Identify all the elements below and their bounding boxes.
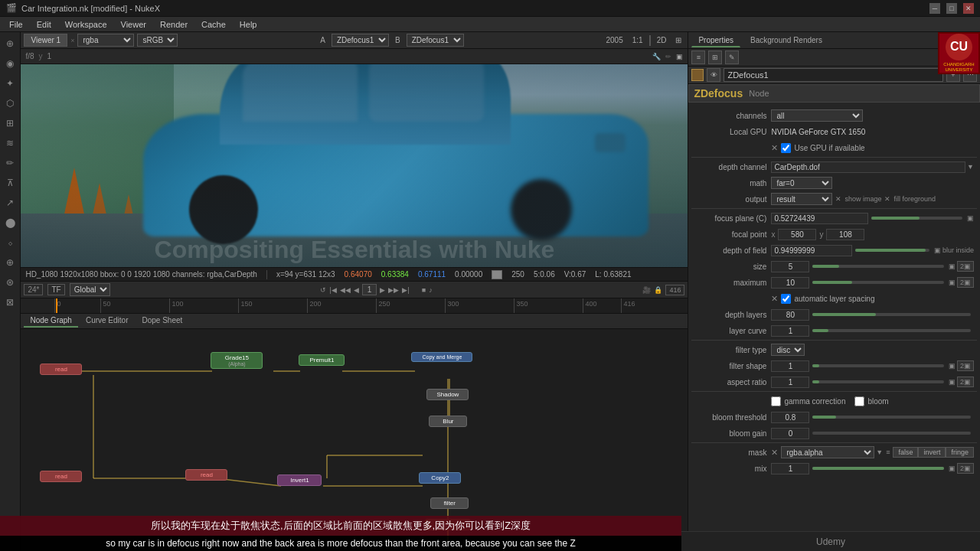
current-frame[interactable]: 1 <box>362 284 377 295</box>
window-controls[interactable]: ─ □ ✕ <box>929 3 974 14</box>
global-select[interactable]: Global <box>70 283 110 296</box>
bloom-checkbox[interactable] <box>854 396 864 406</box>
prop-focal-x[interactable] <box>778 229 816 240</box>
viewer-tab[interactable]: Viewer 1 <box>24 34 67 47</box>
tab-curve-editor[interactable]: Curve Editor <box>80 315 135 328</box>
step-back-btn[interactable]: ◀ <box>354 286 359 294</box>
prop-mix-input[interactable] <box>771 463 809 474</box>
max-slider[interactable] <box>812 281 944 284</box>
y-control[interactable]: 1 <box>47 52 52 60</box>
node-blur1[interactable]: Blur <box>429 416 467 427</box>
depth-layers-slider[interactable] <box>812 313 971 316</box>
audio-btn[interactable]: ♪ <box>429 286 433 294</box>
prop-focal-y[interactable] <box>826 229 864 240</box>
prop-math-select[interactable]: far=0 <box>771 177 832 189</box>
rp-btn-3[interactable]: ✎ <box>725 51 739 64</box>
sidebar-icon-5[interactable]: ⊞ <box>2 115 18 132</box>
sidebar-icon-7[interactable]: ✏ <box>2 155 18 171</box>
rp-tab-properties[interactable]: Properties <box>691 34 740 47</box>
sidebar-icon-4[interactable]: ⬡ <box>2 95 18 112</box>
menu-edit[interactable]: Edit <box>31 18 57 31</box>
prop-filter-type-select[interactable]: disc <box>771 344 805 356</box>
node-grade15[interactable]: Grade15 (Alpha) <box>211 352 263 369</box>
prev-btn[interactable]: ◀◀ <box>340 286 351 294</box>
play-btn[interactable]: ▶ <box>380 286 385 294</box>
node-premult1[interactable]: Premult1 <box>299 354 345 366</box>
prop-bloom-gain-input[interactable] <box>771 428 809 439</box>
node-invert1[interactable]: Invert1 <box>277 474 322 486</box>
fps-display[interactable]: 24* <box>24 284 43 295</box>
sidebar-icon-14[interactable]: ⊠ <box>2 294 18 311</box>
rp-btn-1[interactable]: ≡ <box>691 51 705 64</box>
menu-file[interactable]: File <box>3 18 29 31</box>
prop-focus-plane-input[interactable] <box>771 213 868 224</box>
tab-dope-sheet[interactable]: Dope Sheet <box>136 315 188 328</box>
close-button[interactable]: ✕ <box>963 3 974 14</box>
menu-help[interactable]: Help <box>234 18 263 31</box>
sidebar-icon-2[interactable]: ◉ <box>2 55 18 72</box>
sidebar-icon-11[interactable]: ⬦ <box>2 234 18 251</box>
prop-aspect-input[interactable] <box>771 377 809 388</box>
maximize-button[interactable]: □ <box>946 3 957 14</box>
input-a-select[interactable]: ZDefocus1 <box>332 34 389 47</box>
prop-filter-shape-input[interactable] <box>771 360 809 372</box>
auto-layer-checkbox[interactable] <box>781 294 791 304</box>
dim-button[interactable]: 2D <box>654 35 670 45</box>
end-frame[interactable]: 416 <box>665 285 684 295</box>
node-copy2[interactable]: Copy2 <box>419 472 461 484</box>
node-name-input[interactable] <box>724 68 943 82</box>
minimize-button[interactable]: ─ <box>929 3 940 14</box>
fringe-btn[interactable]: fringe <box>946 447 974 458</box>
stop-btn[interactable]: ■ <box>422 286 426 294</box>
aspect-slider[interactable] <box>812 380 944 383</box>
prop-dof-input[interactable] <box>771 245 851 256</box>
node-shadow1[interactable]: Shadow <box>426 389 469 400</box>
sidebar-icon-9[interactable]: ↗ <box>2 194 18 211</box>
prop-depth-channel-input[interactable] <box>771 161 965 173</box>
f-control[interactable]: f/8 <box>25 52 34 60</box>
prop-depth-layers-input[interactable] <box>771 309 809 321</box>
rp-btn-2[interactable]: ⊞ <box>708 51 722 64</box>
sidebar-icon-3[interactable]: ✦ <box>2 75 18 92</box>
dof-slider[interactable] <box>855 249 929 252</box>
use-gpu-checkbox[interactable] <box>781 143 791 153</box>
node-read2[interactable]: read <box>185 469 227 481</box>
mix-slider[interactable] <box>812 467 944 470</box>
prop-output-select[interactable]: result <box>771 193 832 205</box>
prop-mask-select[interactable]: rgba.alpha <box>781 446 874 458</box>
menu-render[interactable]: Render <box>154 18 194 31</box>
node-read3[interactable]: read <box>40 471 82 482</box>
bloom-threshold-slider[interactable] <box>812 416 971 419</box>
node-color-btn[interactable] <box>691 69 704 81</box>
input-b-select[interactable]: ZDefocus1 <box>407 34 464 47</box>
sidebar-icon-1[interactable]: ⊕ <box>2 35 18 52</box>
prev-start-btn[interactable]: |◀ <box>329 286 336 294</box>
sidebar-icon-12[interactable]: ⊕ <box>2 254 18 271</box>
inject-btn[interactable]: false <box>893 447 918 458</box>
sidebar-icon-13[interactable]: ⊛ <box>2 274 18 291</box>
size-slider[interactable] <box>812 265 944 268</box>
channels-select[interactable]: rgba rgba.alpha RGB sRGB <box>77 34 134 47</box>
menu-viewer[interactable]: Viewer <box>115 18 152 31</box>
menu-cache[interactable]: Cache <box>195 18 232 31</box>
menu-workspace[interactable]: Workspace <box>59 18 113 31</box>
rp-tab-bg-renders[interactable]: Background Renders <box>743 34 829 47</box>
colorspace-select[interactable]: sRGB <box>137 34 178 47</box>
gamma-checkbox[interactable] <box>771 396 781 406</box>
prop-channels-select[interactable]: all <box>771 109 863 122</box>
loop-btn[interactable]: ↺ <box>320 286 326 294</box>
next-end-btn[interactable]: ▶| <box>402 286 409 294</box>
invert-btn[interactable]: invert <box>918 447 946 458</box>
prop-bloom-threshold-input[interactable] <box>771 412 809 423</box>
focus-plane-slider[interactable] <box>871 217 962 220</box>
prop-size-input[interactable] <box>771 261 809 272</box>
step-fwd-btn[interactable]: ▶▶ <box>388 286 399 294</box>
layer-curve-slider[interactable] <box>812 329 971 332</box>
prop-layer-curve-input[interactable] <box>771 325 809 337</box>
filter-shape-slider[interactable] <box>812 364 944 367</box>
sidebar-icon-6[interactable]: ≋ <box>2 135 18 152</box>
prop-max-input[interactable] <box>771 277 809 289</box>
tab-node-graph[interactable]: Node Graph <box>24 315 77 328</box>
node-vis-btn[interactable]: 👁 <box>707 68 720 82</box>
node-filter[interactable]: filter <box>430 497 469 509</box>
